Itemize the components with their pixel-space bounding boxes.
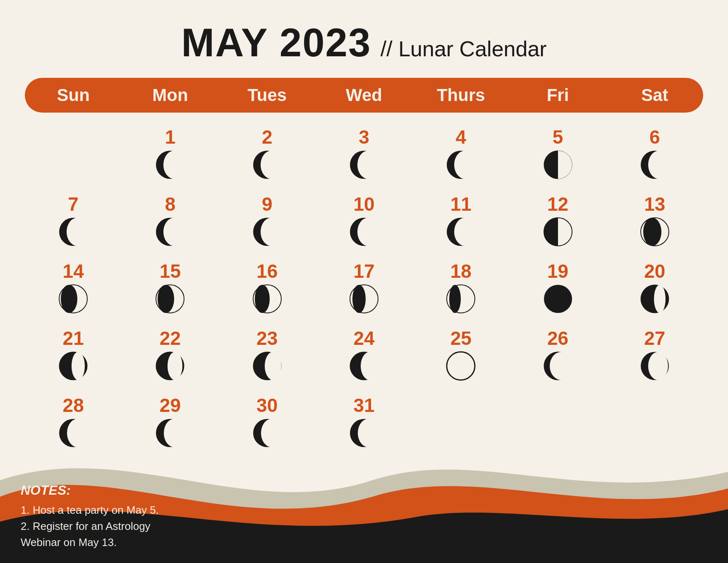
- moon-18: [446, 284, 476, 314]
- date-12: 12: [547, 195, 568, 214]
- notes-item-2: 2. Register for an AstrologyWebinar on M…: [21, 518, 159, 551]
- cell-4: 4: [412, 121, 509, 188]
- cell-10: 10: [316, 188, 412, 255]
- moon-24: [349, 351, 379, 381]
- notes-area: NOTES: 1. Host a tea party on May 5. 2. …: [21, 483, 159, 551]
- cell-19: 19: [509, 255, 606, 322]
- date-7: 7: [68, 195, 79, 214]
- svg-point-16: [261, 218, 282, 246]
- moon-13: [640, 217, 670, 247]
- cell-3: 3: [316, 121, 412, 188]
- cell-22: 22: [122, 322, 218, 389]
- cell-18: 18: [412, 255, 509, 322]
- day-tues: Tues: [219, 85, 316, 105]
- svg-point-18: [357, 218, 379, 246]
- cell-12: 12: [509, 188, 606, 255]
- cell-20: 20: [606, 255, 703, 322]
- notes-item-1: 1. Host a tea party on May 5.: [21, 502, 159, 518]
- svg-point-10: [648, 151, 670, 179]
- date-9: 9: [262, 195, 273, 214]
- svg-point-45: [447, 352, 475, 380]
- moon-15: [155, 284, 185, 314]
- svg-point-20: [454, 218, 476, 246]
- cell-26: 26: [509, 322, 606, 389]
- moon-23: [252, 351, 282, 381]
- day-sat: Sat: [606, 85, 703, 105]
- moon-11: [446, 217, 476, 247]
- moon-17: [349, 284, 379, 314]
- day-thurs: Thurs: [412, 85, 509, 105]
- cell-1: 1: [122, 121, 218, 188]
- cell-5: 5: [509, 121, 606, 188]
- svg-point-34: [544, 285, 572, 313]
- moon-5: [543, 150, 573, 180]
- moon-12: [543, 217, 573, 247]
- date-4: 4: [455, 128, 466, 147]
- moon-20: [640, 284, 670, 314]
- cell-17: 17: [316, 255, 412, 322]
- moon-9: [252, 217, 282, 247]
- date-20: 20: [644, 262, 665, 281]
- cell-27: 27: [606, 322, 703, 389]
- calendar-wrapper: Sun Mon Tues Wed Thurs Fri Sat 1 2: [0, 78, 728, 456]
- svg-point-38: [72, 352, 85, 380]
- svg-point-49: [648, 352, 668, 380]
- svg-point-36: [654, 285, 666, 313]
- svg-point-33: [449, 285, 461, 313]
- svg-point-3: [261, 151, 282, 179]
- date-23: 23: [256, 329, 278, 348]
- day-mon: Mon: [122, 85, 218, 105]
- cell-13: 13: [606, 188, 703, 255]
- date-26: 26: [547, 329, 568, 348]
- svg-point-23: [643, 218, 661, 246]
- page-container: MAY 2023 // Lunar Calendar Sun Mon Tues …: [0, 0, 728, 563]
- moon-7: [58, 217, 88, 247]
- date-18: 18: [450, 262, 472, 281]
- moon-4: [446, 150, 476, 180]
- moon-3: [349, 150, 379, 180]
- moon-27: [640, 351, 670, 381]
- moon-22: [155, 351, 185, 381]
- date-10: 10: [353, 195, 374, 214]
- date-15: 15: [160, 262, 181, 281]
- date-8: 8: [165, 195, 176, 214]
- svg-point-44: [361, 352, 379, 380]
- cell-21: 21: [25, 322, 122, 389]
- cell-23: 23: [219, 322, 316, 389]
- date-21: 21: [63, 329, 84, 348]
- cell-7: 7: [25, 188, 122, 255]
- header-title: MAY 2023: [181, 20, 371, 65]
- date-3: 3: [359, 128, 369, 147]
- date-27: 27: [644, 329, 665, 348]
- notes-title: NOTES:: [21, 483, 159, 498]
- moon-26: [543, 351, 573, 381]
- date-2: 2: [262, 128, 273, 147]
- svg-point-40: [168, 352, 182, 380]
- moon-1: [155, 150, 185, 180]
- moon-6: [640, 150, 670, 180]
- date-17: 17: [353, 262, 374, 281]
- date-22: 22: [160, 329, 181, 348]
- svg-point-25: [61, 285, 77, 313]
- date-13: 13: [644, 195, 665, 214]
- svg-point-12: [67, 218, 88, 246]
- svg-point-47: [550, 352, 573, 380]
- cell-8: 8: [122, 188, 218, 255]
- cell-2: 2: [219, 121, 316, 188]
- date-16: 16: [256, 262, 278, 281]
- svg-point-31: [352, 285, 366, 313]
- header-subtitle: // Lunar Calendar: [381, 37, 547, 61]
- day-sun: Sun: [25, 85, 122, 105]
- cell-14: 14: [25, 255, 122, 322]
- date-1: 1: [165, 128, 176, 147]
- date-25: 25: [450, 329, 472, 348]
- cell-16: 16: [219, 255, 316, 322]
- moon-19: [543, 284, 573, 314]
- date-19: 19: [547, 262, 568, 281]
- moon-8: [155, 217, 185, 247]
- svg-point-27: [158, 285, 174, 313]
- cell-15: 15: [122, 255, 218, 322]
- day-headers: Sun Mon Tues Wed Thurs Fri Sat: [25, 78, 703, 113]
- day-wed: Wed: [316, 85, 412, 105]
- date-5: 5: [553, 128, 563, 147]
